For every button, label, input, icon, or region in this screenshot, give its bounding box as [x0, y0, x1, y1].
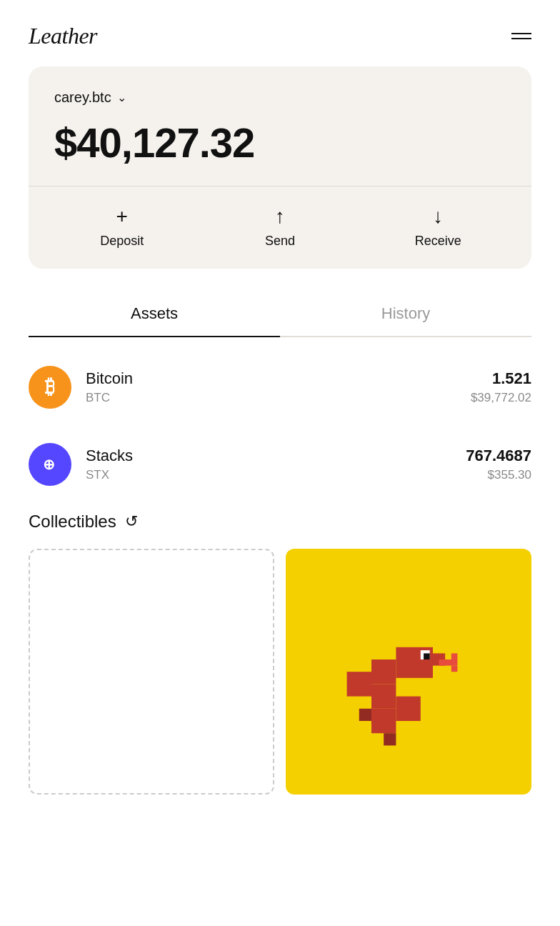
deposit-icon: +	[116, 206, 127, 226]
svg-rect-9	[424, 653, 430, 659]
send-icon: ↑	[275, 206, 285, 226]
svg-rect-5	[371, 659, 396, 684]
btc-info: Bitcoin BTC	[86, 369, 471, 405]
svg-rect-11	[451, 653, 458, 659]
svg-rect-14	[384, 733, 396, 745]
refresh-icon[interactable]: ↺	[125, 512, 138, 531]
btc-ticker: BTC	[86, 391, 471, 405]
svg-rect-3	[371, 684, 396, 708]
wallet-balance: $40,127.32	[54, 120, 506, 166]
collectibles-grid	[29, 549, 531, 795]
svg-rect-2	[396, 696, 421, 720]
stx-quantity: 767.4687	[466, 447, 531, 465]
collectibles-header: Collectibles ↺	[29, 512, 531, 532]
chevron-down-icon: ⌄	[117, 91, 126, 104]
app-header: Leather	[0, 0, 560, 66]
tab-assets[interactable]: Assets	[29, 294, 280, 336]
assets-list: ₿ Bitcoin BTC 1.521 $39,772.02 ⊕ Stacks …	[29, 337, 531, 503]
stx-value: $355.30	[466, 468, 531, 482]
collectible-image[interactable]	[286, 549, 531, 795]
receive-button[interactable]: ↓ Receive	[402, 206, 474, 249]
wallet-card: carey.btc ⌄ $40,127.32 + Deposit ↑ Send …	[29, 66, 531, 269]
svg-rect-10	[439, 659, 458, 666]
deposit-label: Deposit	[100, 234, 144, 249]
svg-rect-4	[347, 672, 371, 696]
deposit-button[interactable]: + Deposit	[86, 206, 158, 249]
asset-item-stx[interactable]: ⊕ Stacks STX 767.4687 $355.30	[29, 426, 531, 503]
svg-rect-1	[371, 708, 396, 732]
send-button[interactable]: ↑ Send	[244, 206, 316, 249]
asset-item-btc[interactable]: ₿ Bitcoin BTC 1.521 $39,772.02	[29, 349, 531, 426]
btc-icon: ₿	[29, 366, 71, 409]
svg-rect-12	[451, 665, 458, 672]
btc-quantity: 1.521	[471, 369, 531, 388]
btc-value: $39,772.02	[471, 391, 531, 405]
tabs-container: Assets History	[29, 294, 531, 337]
receive-icon: ↓	[433, 206, 443, 226]
account-selector[interactable]: carey.btc ⌄	[54, 89, 506, 106]
account-name: carey.btc	[54, 89, 111, 106]
collectibles-section: Collectibles ↺	[29, 512, 531, 795]
stx-info: Stacks STX	[86, 447, 466, 482]
wallet-card-top: carey.btc ⌄ $40,127.32	[29, 66, 531, 186]
wallet-actions: + Deposit ↑ Send ↓ Receive	[29, 186, 531, 269]
app-logo: Leather	[29, 23, 97, 49]
svg-rect-13	[359, 708, 371, 720]
stx-icon: ⊕	[29, 443, 71, 486]
btc-amounts: 1.521 $39,772.02	[471, 369, 531, 405]
tab-history[interactable]: History	[280, 294, 531, 336]
svg-text:⊕: ⊕	[43, 457, 55, 472]
menu-button[interactable]	[511, 33, 531, 39]
stx-ticker: STX	[86, 468, 466, 482]
collectible-placeholder	[29, 549, 274, 795]
send-label: Send	[265, 234, 295, 249]
stx-name: Stacks	[86, 447, 466, 465]
pixel-art	[286, 549, 531, 795]
collectibles-title: Collectibles	[29, 512, 116, 532]
btc-name: Bitcoin	[86, 369, 471, 388]
receive-label: Receive	[415, 234, 461, 249]
stx-amounts: 767.4687 $355.30	[466, 447, 531, 482]
